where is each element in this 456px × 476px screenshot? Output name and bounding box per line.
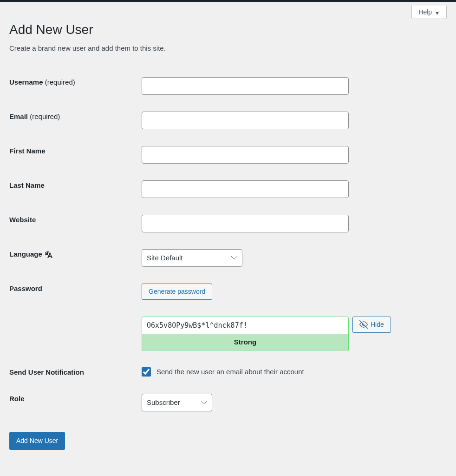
- username-required: (required): [45, 78, 75, 86]
- chevron-down-icon: ▼: [435, 11, 440, 16]
- role-label: Role: [9, 395, 25, 403]
- hide-password-label: Hide: [371, 320, 384, 330]
- password-strength-meter: Strong: [142, 334, 349, 350]
- eye-slash-icon: [359, 320, 368, 329]
- add-new-user-button[interactable]: Add New User: [9, 432, 65, 450]
- language-select[interactable]: Site Default: [142, 249, 242, 267]
- help-label: Help: [418, 8, 432, 16]
- email-input[interactable]: [142, 112, 349, 129]
- notification-text: Send the new user an email about their a…: [156, 368, 304, 376]
- first-name-label: First Name: [9, 147, 46, 155]
- page-title: Add New User: [9, 22, 447, 38]
- role-select[interactable]: Subscriber: [142, 394, 212, 411]
- password-label: Password: [9, 284, 42, 292]
- first-name-input[interactable]: [142, 146, 349, 164]
- language-label: Language: [9, 250, 42, 258]
- last-name-input[interactable]: [142, 180, 349, 198]
- email-label: Email: [9, 112, 28, 120]
- generate-password-button[interactable]: Generate password: [142, 284, 212, 300]
- notification-label: Send User Notification: [9, 368, 84, 376]
- email-required: (required): [30, 112, 60, 120]
- password-input[interactable]: [142, 317, 349, 334]
- username-input[interactable]: [142, 77, 349, 95]
- hide-password-button[interactable]: Hide: [352, 317, 391, 333]
- website-label: Website: [9, 216, 36, 224]
- help-tab[interactable]: Help ▼: [411, 6, 447, 19]
- translate-icon: [45, 250, 54, 259]
- last-name-label: Last Name: [9, 181, 45, 189]
- username-label: Username: [9, 78, 43, 86]
- notification-checkbox[interactable]: [142, 367, 151, 377]
- page-description: Create a brand new user and add them to …: [9, 44, 447, 52]
- website-input[interactable]: [142, 215, 349, 232]
